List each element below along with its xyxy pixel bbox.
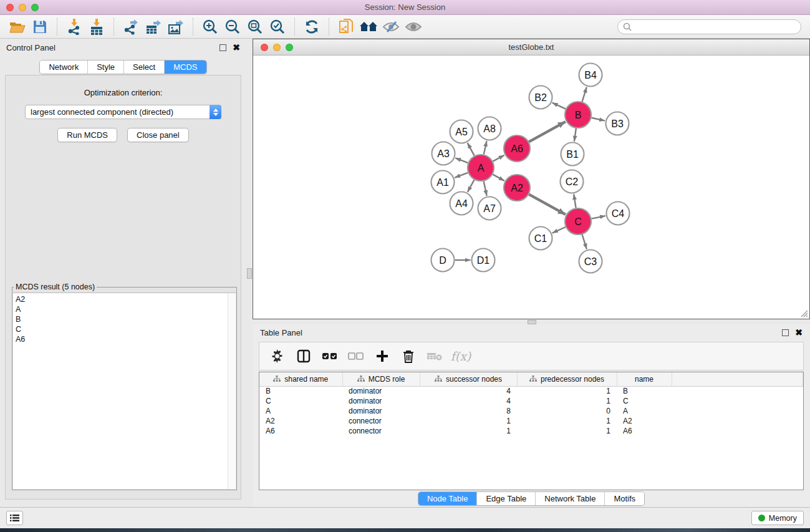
tab-mcds[interactable]: MCDS bbox=[164, 60, 206, 74]
column-header-name[interactable]: name bbox=[617, 372, 672, 386]
deselect-all-icon[interactable] bbox=[344, 345, 368, 367]
gear-icon[interactable] bbox=[266, 345, 289, 367]
tab-network[interactable]: Network bbox=[40, 60, 87, 74]
mcds-result-item[interactable]: A2 bbox=[16, 294, 236, 304]
zoom-fit-icon[interactable] bbox=[244, 17, 266, 37]
vertical-splitter-handle[interactable] bbox=[247, 268, 252, 279]
chevron-up-down-icon bbox=[210, 105, 221, 119]
column-header-successor-nodes[interactable]: successor nodes bbox=[420, 372, 517, 386]
memory-label: Memory bbox=[769, 514, 797, 523]
edge-A-A7[interactable] bbox=[484, 181, 487, 196]
mcds-result-item[interactable]: C bbox=[16, 324, 236, 334]
minimize-network-window-button[interactable] bbox=[273, 44, 281, 51]
maximize-window-button[interactable] bbox=[31, 4, 39, 11]
toolbar-separator bbox=[57, 18, 57, 36]
export-table-icon[interactable] bbox=[142, 17, 165, 37]
add-icon[interactable] bbox=[370, 345, 394, 367]
horizontal-splitter-handle[interactable] bbox=[528, 320, 536, 324]
node-label-C3: C3 bbox=[584, 256, 597, 267]
mcds-result-item[interactable]: B bbox=[16, 314, 236, 324]
show-eye-icon[interactable] bbox=[402, 17, 425, 37]
refresh-icon[interactable] bbox=[301, 17, 323, 37]
resize-grip-icon[interactable] bbox=[799, 309, 808, 317]
table-row[interactable]: Cdominator41C bbox=[259, 396, 803, 406]
select-all-icon[interactable] bbox=[318, 345, 342, 367]
edge-A-A2[interactable] bbox=[493, 175, 504, 181]
zoom-selected-icon[interactable] bbox=[266, 17, 289, 37]
table-row[interactable]: A2connector11A2 bbox=[259, 416, 803, 426]
edge-A6-B[interactable] bbox=[529, 122, 566, 142]
close-table-panel-icon[interactable]: ✖ bbox=[795, 329, 803, 336]
export-network-icon[interactable] bbox=[120, 17, 142, 37]
save-session-icon[interactable] bbox=[29, 17, 51, 37]
column-header-predecessor-nodes[interactable]: predecessor nodes bbox=[517, 372, 617, 386]
edge-C-C3[interactable] bbox=[582, 235, 587, 249]
tab-style[interactable]: Style bbox=[87, 60, 123, 74]
close-network-window-button[interactable] bbox=[261, 44, 268, 51]
table-panel: Table Panel ✖ bbox=[253, 324, 810, 507]
optimization-criterion-dropdown[interactable]: largest connected component (directed) bbox=[25, 105, 221, 119]
export-image-icon[interactable] bbox=[165, 17, 187, 37]
close-window-button[interactable] bbox=[6, 4, 14, 11]
edge-A-A6[interactable] bbox=[493, 155, 504, 162]
hide-eye-icon[interactable] bbox=[380, 17, 402, 37]
edge-A-A4[interactable] bbox=[468, 180, 475, 192]
network-canvas[interactable]: B4B2BB3A8A5A6A3B1AA1C2A2A4A7C4CC1C3DD1 bbox=[253, 56, 809, 319]
edge-A-A3[interactable] bbox=[455, 158, 468, 163]
network-window-titlebar[interactable]: testGlobe.txt bbox=[253, 39, 809, 56]
table-toolbar: f(x) bbox=[259, 342, 804, 370]
mcds-result-item[interactable]: A bbox=[16, 304, 236, 314]
node-label-D: D bbox=[439, 255, 446, 266]
edge-C-C2[interactable] bbox=[574, 194, 576, 208]
edge-A2-C[interactable] bbox=[529, 195, 566, 215]
run-mcds-button[interactable]: Run MCDS bbox=[57, 128, 117, 142]
edge-C-C4[interactable] bbox=[592, 216, 605, 219]
open-session-icon[interactable] bbox=[6, 17, 29, 37]
edge-B-B3[interactable] bbox=[591, 118, 605, 121]
home-icon[interactable] bbox=[357, 17, 380, 37]
task-list-button[interactable] bbox=[6, 511, 23, 525]
table-row[interactable]: Adominator80A bbox=[259, 406, 803, 416]
import-network-icon[interactable] bbox=[63, 17, 85, 37]
memory-button[interactable]: Memory bbox=[751, 511, 804, 525]
edge-A-A5[interactable] bbox=[468, 143, 475, 156]
column-icon[interactable] bbox=[292, 345, 316, 367]
tab-select[interactable]: Select bbox=[123, 60, 164, 74]
minimize-window-button[interactable] bbox=[19, 4, 26, 11]
edge-B-B4[interactable] bbox=[582, 87, 587, 102]
zoom-in-icon[interactable] bbox=[199, 17, 221, 37]
edge-B-B1[interactable] bbox=[574, 128, 576, 142]
edge-A-A1[interactable] bbox=[455, 173, 468, 178]
maximize-network-window-button[interactable] bbox=[286, 44, 293, 51]
table-tab-node-table[interactable]: Node Table bbox=[418, 492, 477, 505]
result-list-scrollbar[interactable] bbox=[228, 293, 236, 489]
zoom-out-icon[interactable] bbox=[221, 17, 244, 37]
table-tab-motifs[interactable]: Motifs bbox=[604, 492, 644, 505]
float-table-panel-icon[interactable] bbox=[782, 329, 789, 336]
table-row[interactable]: A6connector11A6 bbox=[259, 426, 803, 436]
column-header-mcds-role[interactable]: MCDS role bbox=[342, 372, 420, 386]
node-label-A4: A4 bbox=[455, 198, 468, 209]
mcds-result-item[interactable]: A6 bbox=[16, 334, 236, 344]
close-panel-button[interactable]: Close panel bbox=[127, 128, 189, 142]
table-tab-network-table[interactable]: Network Table bbox=[535, 492, 604, 505]
edge-B-B2[interactable] bbox=[552, 103, 566, 109]
mcds-result-list[interactable]: A2ABCA6 bbox=[13, 293, 236, 489]
node-label-A2: A2 bbox=[511, 183, 523, 193]
search-input[interactable] bbox=[635, 22, 796, 31]
dropdown-selected-value: largest connected component (directed) bbox=[26, 107, 210, 117]
float-panel-icon[interactable] bbox=[219, 44, 226, 51]
table-tabs: Node TableEdge TableNetwork TableMotifs bbox=[253, 491, 810, 506]
edge-A-A8[interactable] bbox=[484, 141, 487, 155]
search-field[interactable] bbox=[617, 19, 801, 34]
table-row[interactable]: Bdominator41B bbox=[259, 386, 803, 396]
app-titlebar: Session: New Session bbox=[0, 0, 810, 15]
share-document-icon[interactable] bbox=[335, 17, 357, 37]
delete-icon[interactable] bbox=[397, 345, 420, 367]
table-tab-edge-table[interactable]: Edge Table bbox=[476, 492, 535, 505]
import-table-icon[interactable] bbox=[85, 17, 108, 37]
column-header-shared-name[interactable]: shared name bbox=[259, 372, 342, 386]
tree-icon bbox=[529, 375, 537, 382]
edge-C-C1[interactable] bbox=[552, 227, 566, 233]
close-panel-icon[interactable]: ✖ bbox=[233, 44, 240, 51]
